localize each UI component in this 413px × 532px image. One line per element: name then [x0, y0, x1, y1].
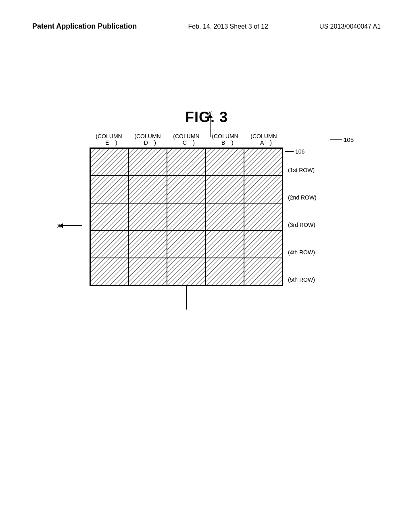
cell-5-1: [90, 258, 129, 285]
ref-105-label: 105: [344, 136, 354, 143]
page: Patent Application Publication Feb. 14, …: [0, 0, 413, 532]
cell-3-2: [129, 203, 167, 231]
svg-rect-31: [91, 231, 128, 258]
cell-5-2: [129, 258, 167, 285]
row-label-1: (1st ROW): [285, 156, 317, 184]
grid-row-2: [90, 176, 282, 203]
cell-3-4: [206, 203, 244, 231]
column-label-B: (COLUMN B ): [206, 133, 244, 146]
cell-3-5: [244, 203, 282, 231]
cell-2-5: [244, 176, 282, 203]
svg-rect-15: [167, 176, 205, 203]
cell-5-3: [167, 258, 205, 285]
svg-rect-19: [244, 176, 282, 203]
svg-rect-47: [206, 258, 244, 285]
svg-rect-41: [91, 258, 128, 285]
svg-rect-45: [167, 258, 205, 285]
column-labels: (COLUMN E ) (COLUMN D ) (COLUMN C ) (COL…: [90, 133, 323, 146]
svg-rect-33: [129, 231, 167, 258]
cell-5-4: [206, 258, 244, 285]
row-labels-container: 106 (1st ROW) (2nd ROW) (3rd ROW) (4th R…: [285, 148, 317, 293]
cell-1-2: [129, 148, 167, 176]
ref-106-label: 106: [295, 148, 305, 155]
cell-2-2: [129, 176, 167, 203]
figure-title: FIG. 3: [185, 109, 228, 126]
grid: [90, 148, 283, 286]
column-label-A: (COLUMN A ): [244, 133, 283, 146]
svg-rect-49: [244, 258, 282, 285]
svg-rect-3: [129, 149, 167, 175]
header-patent-number: US 2013/0040047 A1: [319, 23, 381, 30]
cell-1-5: [244, 148, 282, 176]
row-label-2: (2nd ROW): [285, 184, 317, 211]
svg-rect-25: [167, 204, 205, 230]
cell-4-3: [167, 231, 205, 258]
row-label-3: (3rd ROW): [285, 211, 317, 239]
svg-rect-13: [129, 176, 167, 203]
svg-rect-35: [167, 231, 205, 258]
ref-106-line: [285, 151, 294, 152]
grid-wrapper: x: [90, 148, 323, 286]
cell-2-3: [167, 176, 205, 203]
header-publication-label: Patent Application Publication: [32, 22, 137, 31]
svg-rect-43: [129, 258, 167, 285]
cell-4-5: [244, 231, 282, 258]
cell-2-1: [90, 176, 129, 203]
cell-3-1: [90, 203, 129, 231]
svg-rect-37: [206, 231, 244, 258]
cell-1-3: [167, 148, 205, 176]
svg-rect-29: [244, 204, 282, 230]
column-label-D: (COLUMN D ): [128, 133, 167, 146]
svg-rect-21: [91, 204, 128, 230]
ref-105-container: 105: [330, 136, 354, 143]
svg-rect-27: [206, 204, 244, 230]
x-axis-arrow: [62, 225, 82, 226]
center-line-bottom: [186, 286, 187, 310]
svg-rect-9: [244, 149, 282, 175]
diagram-container: y (COLUMN E ) (COLUMN D ) (COLUMN C ): [90, 133, 323, 310]
bottom-axis-area: [90, 286, 323, 310]
cell-5-5: [244, 258, 282, 285]
grid-row-4: [90, 231, 282, 258]
svg-rect-39: [244, 231, 282, 258]
header: Patent Application Publication Feb. 14, …: [0, 22, 413, 31]
cell-4-4: [206, 231, 244, 258]
svg-rect-5: [167, 149, 205, 175]
cell-3-3: [167, 203, 205, 231]
column-label-E: (COLUMN E ): [90, 133, 128, 146]
header-date-sheet: Feb. 14, 2013 Sheet 3 of 12: [188, 23, 268, 30]
svg-rect-23: [129, 204, 167, 230]
cell-2-4: [206, 176, 244, 203]
svg-rect-1: [91, 149, 128, 175]
svg-rect-11: [91, 176, 128, 203]
x-axis: x: [57, 222, 82, 229]
row-label-4: (4th ROW): [285, 239, 317, 266]
svg-rect-17: [206, 176, 244, 203]
ref-105-line: [330, 139, 342, 140]
svg-rect-7: [206, 149, 244, 175]
column-label-C: (COLUMN C ): [167, 133, 206, 146]
cell-1-1: [90, 148, 129, 176]
cell-4-1: [90, 231, 129, 258]
grid-row-5: [90, 258, 282, 285]
cell-1-4: [206, 148, 244, 176]
ref-106-row: 106: [285, 148, 317, 156]
grid-row-1: [90, 148, 282, 176]
cell-4-2: [129, 231, 167, 258]
grid-row-3: [90, 203, 282, 231]
